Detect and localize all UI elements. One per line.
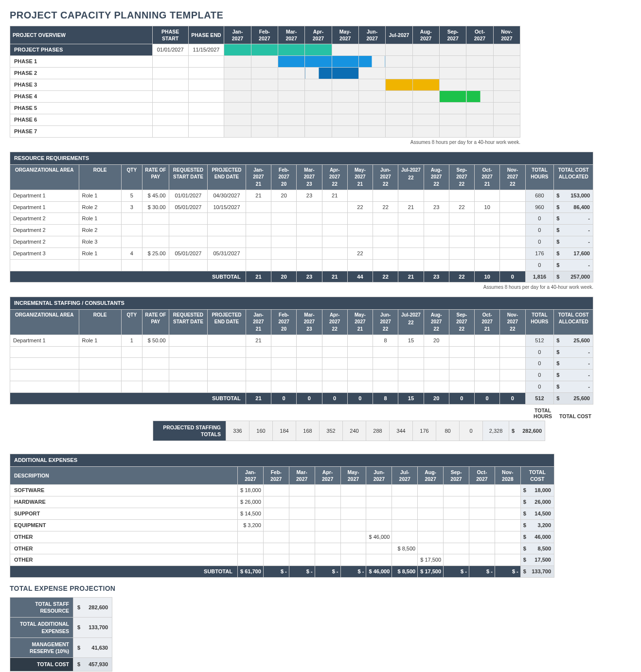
cell-month[interactable] xyxy=(271,358,297,370)
cell-month[interactable] xyxy=(424,346,449,358)
exp-month[interactable] xyxy=(418,519,444,531)
ov-start[interactable] xyxy=(152,126,188,138)
ov-end[interactable] xyxy=(188,114,224,126)
cell-qty[interactable] xyxy=(121,259,142,271)
cell-month[interactable] xyxy=(449,346,474,358)
cell-month[interactable] xyxy=(297,335,322,346)
cell-month[interactable] xyxy=(322,335,347,346)
exp-desc[interactable]: OTHER xyxy=(10,531,238,543)
cell-rate[interactable] xyxy=(142,381,169,393)
cell-month[interactable] xyxy=(297,381,322,393)
exp-month[interactable] xyxy=(392,554,418,566)
exp-month[interactable] xyxy=(340,496,366,508)
cell-month[interactable] xyxy=(449,190,474,201)
exp-month[interactable] xyxy=(392,508,418,520)
cell-proj[interactable] xyxy=(208,213,246,225)
ov-start[interactable] xyxy=(152,103,188,114)
cell-month[interactable]: 21 xyxy=(246,335,271,346)
cell-month[interactable] xyxy=(246,201,271,213)
exp-desc[interactable]: EQUIPMENT xyxy=(10,519,238,531)
cell-qty[interactable] xyxy=(121,346,142,358)
cell-month[interactable]: 8 xyxy=(373,335,398,346)
cell-rate[interactable]: $ 45.00 xyxy=(142,190,169,201)
cell-oa[interactable]: Department 2 xyxy=(10,225,79,236)
cell-month[interactable] xyxy=(500,201,525,213)
cell-month[interactable] xyxy=(373,381,398,393)
cell-role[interactable]: Role 3 xyxy=(79,236,121,248)
cell-month[interactable] xyxy=(271,236,297,248)
ov-start[interactable] xyxy=(152,114,188,126)
cell-month[interactable] xyxy=(398,259,424,271)
ov-end[interactable] xyxy=(188,126,224,138)
cell-month[interactable] xyxy=(271,346,297,358)
exp-month[interactable] xyxy=(392,519,418,531)
cell-month[interactable]: 21 xyxy=(398,201,424,213)
exp-month[interactable] xyxy=(315,485,340,496)
cell-req[interactable] xyxy=(169,335,208,346)
exp-month[interactable] xyxy=(263,485,289,496)
cell-month[interactable] xyxy=(347,358,373,370)
ov-start[interactable] xyxy=(152,79,188,91)
cell-role[interactable] xyxy=(79,259,121,271)
cell-month[interactable] xyxy=(398,225,424,236)
exp-month[interactable] xyxy=(366,519,392,531)
exp-month[interactable] xyxy=(237,554,263,566)
exp-month[interactable] xyxy=(289,554,315,566)
cell-month[interactable] xyxy=(271,259,297,271)
cell-qty[interactable]: 4 xyxy=(121,248,142,259)
cell-role[interactable]: Role 1 xyxy=(79,335,121,346)
cell-req[interactable] xyxy=(169,225,208,236)
cell-month[interactable] xyxy=(475,190,500,201)
exp-month[interactable] xyxy=(469,531,495,543)
exp-month[interactable] xyxy=(263,531,289,543)
cell-month[interactable] xyxy=(246,213,271,225)
cell-req[interactable] xyxy=(169,213,208,225)
exp-month[interactable] xyxy=(289,543,315,554)
cell-proj[interactable]: 04/30/2027 xyxy=(208,190,246,201)
exp-month[interactable] xyxy=(340,519,366,531)
cell-month[interactable] xyxy=(449,370,474,381)
cell-month[interactable] xyxy=(347,236,373,248)
exp-month[interactable]: $ 46,000 xyxy=(366,531,392,543)
cell-month[interactable] xyxy=(246,370,271,381)
cell-month[interactable] xyxy=(424,213,449,225)
exp-month[interactable] xyxy=(495,508,520,520)
cell-month[interactable] xyxy=(297,370,322,381)
cell-month[interactable] xyxy=(475,236,500,248)
cell-req[interactable]: 05/01/2027 xyxy=(169,248,208,259)
ov-end[interactable] xyxy=(188,79,224,91)
exp-month[interactable] xyxy=(315,554,340,566)
exp-month[interactable] xyxy=(340,485,366,496)
cell-month[interactable] xyxy=(424,236,449,248)
cell-month[interactable] xyxy=(322,201,347,213)
cell-req[interactable]: 05/01/2027 xyxy=(169,201,208,213)
exp-month[interactable] xyxy=(392,531,418,543)
cell-month[interactable] xyxy=(500,259,525,271)
ov-end[interactable]: 11/15/2027 xyxy=(188,44,224,56)
cell-month[interactable] xyxy=(424,370,449,381)
exp-month[interactable] xyxy=(289,485,315,496)
ov-end[interactable] xyxy=(188,68,224,79)
cell-role[interactable]: Role 1 xyxy=(79,213,121,225)
cell-oa[interactable] xyxy=(10,370,79,381)
cell-month[interactable] xyxy=(373,346,398,358)
exp-month[interactable] xyxy=(469,519,495,531)
cell-month[interactable] xyxy=(500,248,525,259)
cell-proj[interactable] xyxy=(208,381,246,393)
cell-month[interactable] xyxy=(246,248,271,259)
exp-desc[interactable]: OTHER xyxy=(10,554,238,566)
cell-month[interactable] xyxy=(347,381,373,393)
cell-month[interactable] xyxy=(373,370,398,381)
exp-month[interactable] xyxy=(444,508,469,520)
cell-month[interactable] xyxy=(373,248,398,259)
cell-month[interactable] xyxy=(449,358,474,370)
cell-month[interactable] xyxy=(475,259,500,271)
exp-month[interactable] xyxy=(340,531,366,543)
cell-month[interactable] xyxy=(373,225,398,236)
cell-oa[interactable] xyxy=(10,259,79,271)
exp-month[interactable] xyxy=(418,543,444,554)
cell-month[interactable] xyxy=(271,335,297,346)
cell-month[interactable] xyxy=(500,381,525,393)
exp-month[interactable] xyxy=(444,496,469,508)
cell-month[interactable] xyxy=(475,370,500,381)
